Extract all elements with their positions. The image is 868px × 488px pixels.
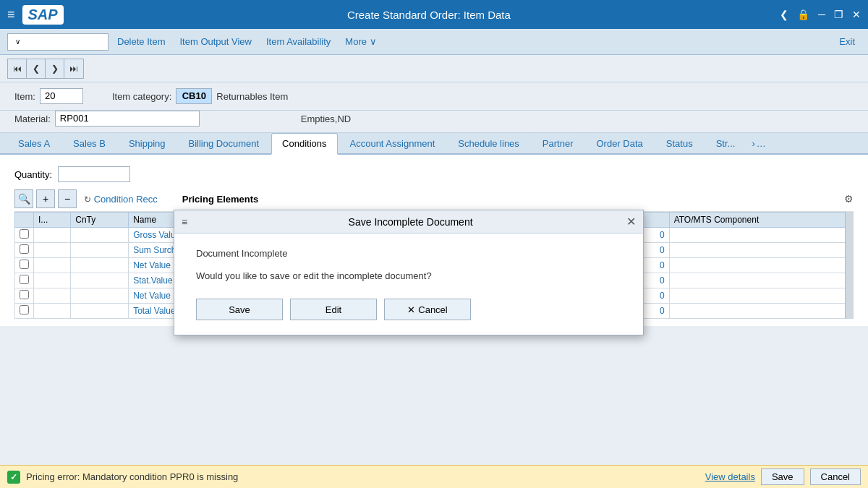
lock-icon[interactable]: 🔒	[797, 9, 809, 20]
tab-status[interactable]: Status	[655, 133, 704, 153]
chevron-down-icon: ∨	[15, 38, 20, 46]
minimize-icon[interactable]: ─	[818, 9, 825, 20]
row-checkbox[interactable]	[20, 244, 29, 254]
search-icon-button[interactable]: 🔍	[14, 189, 33, 208]
col-ato: ATO/MTS Component	[669, 213, 853, 228]
next-record-button[interactable]: ❯	[46, 59, 64, 78]
row-checkbox[interactable]	[20, 260, 29, 269]
status-bar: ✓ Pricing error: Mandatory condition PPR…	[0, 465, 868, 488]
more-button[interactable]: More ∨	[339, 34, 382, 49]
pricing-name-link[interactable]: Total Value	[133, 306, 175, 316]
tabs-bar: Sales A Sales B Shipping Billing Documen…	[0, 133, 868, 155]
toolbar: ∨ Delete Item Item Output View Item Avai…	[0, 29, 868, 55]
col-cnty: CnTy	[71, 213, 129, 228]
empties-text: Empties,ND	[301, 114, 351, 124]
dialog-body: Document Incomplete Would you like to sa…	[174, 234, 643, 335]
cell-ato	[669, 228, 853, 243]
ellipsis-icon: …	[757, 138, 766, 149]
remove-icon-button[interactable]: −	[58, 189, 77, 208]
col-check	[15, 213, 34, 228]
sap-logo: SAP	[22, 5, 64, 25]
cell-cnty	[71, 288, 129, 304]
tab-str[interactable]: Str...	[705, 133, 746, 153]
last-record-button[interactable]: ⏭	[64, 59, 83, 78]
dialog-buttons: Save Edit ✕ Cancel	[196, 299, 621, 320]
condition-records-link[interactable]: ↻ Condition Recc	[84, 194, 158, 205]
item-label: Item:	[14, 91, 35, 102]
material-label: Material:	[14, 114, 51, 124]
prev-record-button[interactable]: ❮	[27, 59, 46, 78]
tab-schedule-lines[interactable]: Schedule lines	[447, 133, 530, 153]
status-message: Pricing error: Mandatory condition PPR0 …	[26, 471, 699, 482]
cell-ato	[669, 258, 853, 273]
status-check-icon: ✓	[7, 471, 20, 484]
add-icon-button[interactable]: +	[36, 189, 55, 208]
pricing-name-link[interactable]: Net Value 2	[133, 291, 178, 301]
pricing-toolbar: 🔍 + − ↻ Condition Recc Pricing Elements …	[14, 187, 854, 212]
tab-conditions[interactable]: Conditions	[271, 133, 337, 155]
returnables-text: Returnables Item	[216, 91, 288, 102]
row-checkbox[interactable]	[20, 290, 29, 299]
item-dropdown[interactable]: ∨	[7, 33, 109, 51]
item-fields: Item: 20 Item category: CB10 Returnables…	[0, 82, 868, 111]
view-details-link[interactable]: View details	[705, 471, 755, 482]
dialog-close-button[interactable]: ✕	[626, 215, 636, 228]
vertical-scrollbar[interactable]	[845, 212, 854, 319]
chevron-right-icon: ›	[752, 138, 754, 149]
dialog-edit-button[interactable]: Edit	[290, 299, 377, 320]
maximize-icon[interactable]: ❐	[834, 9, 843, 20]
cell-ato	[669, 243, 853, 258]
cell-ato	[669, 273, 853, 288]
tab-billing-document[interactable]: Billing Document	[178, 133, 271, 153]
delete-item-button[interactable]: Delete Item	[111, 34, 171, 49]
menu-icon[interactable]: ≡	[7, 7, 15, 22]
status-save-button[interactable]: Save	[761, 468, 804, 485]
material-fields: Material: RP001 Empties,ND	[0, 111, 868, 133]
item-output-view-button[interactable]: Item Output View	[174, 34, 257, 49]
cell-i	[34, 243, 71, 258]
cell-i	[34, 228, 71, 243]
save-incomplete-dialog[interactable]: ≡ Save Incomplete Document ✕ Document In…	[174, 210, 644, 335]
tab-sales-b[interactable]: Sales B	[62, 133, 116, 153]
more-tabs-button[interactable]: › …	[747, 134, 770, 153]
status-cancel-button[interactable]: Cancel	[810, 468, 861, 485]
item-availability-button[interactable]: Item Availability	[260, 34, 336, 49]
first-record-button[interactable]: ⏮	[8, 59, 27, 78]
cell-i	[34, 288, 71, 304]
close-icon[interactable]: ✕	[852, 9, 861, 20]
back-icon[interactable]: ❮	[780, 9, 788, 20]
cell-cnty	[71, 304, 129, 319]
pricing-name-link[interactable]: Net Value 1	[133, 260, 178, 270]
cell-ato	[669, 288, 853, 304]
cancel-x-icon: ✕	[407, 304, 415, 315]
cell-ato	[669, 304, 853, 319]
tab-account-assignment[interactable]: Account Assignment	[339, 133, 446, 153]
cell-i	[34, 304, 71, 319]
item-value[interactable]: 20	[40, 88, 83, 104]
quantity-input[interactable]	[58, 166, 130, 182]
cell-i	[34, 258, 71, 273]
quantity-label: Quantity:	[14, 169, 52, 180]
tab-shipping[interactable]: Shipping	[118, 133, 176, 153]
material-value[interactable]: RP001	[55, 111, 200, 127]
row-checkbox[interactable]	[20, 305, 29, 314]
dialog-cancel-button[interactable]: ✕ Cancel	[384, 299, 471, 320]
dialog-menu-icon[interactable]: ≡	[182, 216, 187, 228]
quantity-row: Quantity:	[14, 162, 854, 187]
tab-sales-a[interactable]: Sales A	[7, 133, 61, 153]
window-controls: ❮ 🔒 ─ ❐ ✕	[780, 9, 861, 20]
cell-cnty	[71, 258, 129, 273]
cell-cnty	[71, 228, 129, 243]
cell-cnty	[71, 273, 129, 288]
pricing-elements-label: Pricing Elements	[182, 194, 258, 205]
page-title: Create Standard Order: Item Data	[78, 9, 780, 21]
exit-button[interactable]: Exit	[833, 34, 861, 49]
tab-order-data[interactable]: Order Data	[586, 133, 654, 153]
tab-partner[interactable]: Partner	[532, 133, 584, 153]
dialog-save-button[interactable]: Save	[196, 299, 283, 320]
settings-icon[interactable]: ⚙	[844, 193, 854, 205]
cell-i	[34, 273, 71, 288]
col-i: I...	[34, 213, 71, 228]
row-checkbox[interactable]	[20, 229, 29, 239]
row-checkbox[interactable]	[20, 275, 29, 284]
